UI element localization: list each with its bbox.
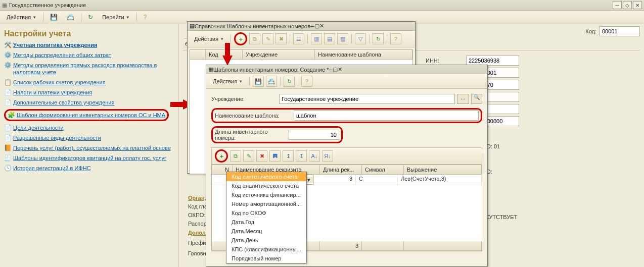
- card-button[interactable]: 📇: [266, 76, 277, 87]
- close-button[interactable]: ✕: [633, 1, 642, 9]
- doc-icon: 📙: [4, 144, 11, 151]
- grid-stop-button[interactable]: 🖪: [269, 150, 281, 162]
- tools-icon: 🛠️: [4, 41, 11, 48]
- win2-actions-menu[interactable]: Действия ▼: [209, 77, 246, 86]
- doc-icon: 📄: [4, 124, 11, 131]
- grid-toolbar: ＋ ⧉ ✎ ✖ 🖪 ↥ ↧ A↓ Я↓: [211, 147, 482, 165]
- grid-down-button[interactable]: ↧: [296, 150, 307, 162]
- add-button[interactable]: ＋: [234, 32, 247, 45]
- go-menu[interactable]: Перейти ▼: [99, 13, 133, 22]
- win1-close[interactable]: ✕: [319, 23, 324, 29]
- win2-toolbar: Действия ▼ 💾 📇 ↻ ?: [206, 74, 487, 89]
- grid-sortaz-button[interactable]: A↓: [309, 150, 320, 162]
- grid-delete-button[interactable]: ✖: [256, 150, 267, 162]
- dlina-label: Длина инвентарного номера:: [215, 129, 286, 141]
- naim-input[interactable]: [294, 111, 479, 121]
- grid-edit-button[interactable]: ✎: [243, 150, 254, 162]
- kod-label: Код:: [585, 28, 596, 34]
- delete-button[interactable]: ✖: [275, 33, 287, 44]
- combo-option-7[interactable]: Дата.День: [226, 236, 306, 245]
- footer-sum: 3: [320, 241, 362, 250]
- toolbar-book-icon[interactable]: 📇: [63, 12, 78, 22]
- combo-option-8[interactable]: КПС (классификационны...: [226, 245, 306, 254]
- list-icon: 📋: [4, 79, 11, 86]
- minimize-button[interactable]: ─: [613, 1, 622, 9]
- combo-option-9[interactable]: Порядковый номер: [226, 254, 306, 263]
- help-button[interactable]: ?: [301, 76, 312, 87]
- help-button[interactable]: ?: [390, 33, 401, 44]
- uchr-pick[interactable]: …: [457, 94, 469, 104]
- dlina-input[interactable]: [289, 130, 339, 140]
- win1-minimize[interactable]: ─: [310, 23, 314, 29]
- main-window-titlebar: ▦ Государственное учреждение ─ ◇ ✕: [0, 0, 644, 11]
- combo-option-2[interactable]: Код источника финансир...: [226, 190, 306, 199]
- nav-item-5[interactable]: Дополнительные свойства учреждения: [13, 99, 114, 106]
- toolbar-refresh-icon[interactable]: ↻: [84, 12, 97, 22]
- naim-label: Наименование шаблона:: [215, 113, 291, 119]
- nav-item-2[interactable]: Методы определения прямых расходов произ…: [13, 62, 174, 76]
- grid-sortza-button[interactable]: Я↓: [322, 150, 333, 162]
- refresh-button[interactable]: ↻: [284, 76, 295, 87]
- nav-item-7[interactable]: Цели деятельности: [13, 124, 64, 131]
- nav-item-0[interactable]: Учетная политика учреждения: [13, 41, 97, 48]
- cell-dlina: 3: [314, 175, 356, 185]
- nav-item-6[interactable]: Шаблон формирования инвентарных номеров …: [17, 112, 165, 119]
- template-name-highlight: Наименование шаблона:: [211, 108, 482, 123]
- win1-title: Справочник Шаблоны инвентарных номеров: [195, 23, 310, 29]
- uchr-search[interactable]: 🔍: [471, 94, 482, 104]
- filter2-button[interactable]: ▤: [324, 33, 335, 44]
- combo-option-3[interactable]: Номер амортизационной...: [226, 199, 306, 208]
- col-vyr: Выражение: [404, 165, 482, 174]
- nav-item-8[interactable]: Разрешенные виды деятельности: [13, 134, 101, 141]
- window-icon: ▦: [208, 66, 213, 73]
- doc-icon: 📄: [4, 134, 11, 141]
- edit-button[interactable]: ✎: [262, 33, 273, 44]
- win2-maximize[interactable]: ▢: [333, 66, 338, 73]
- inn-input[interactable]: [466, 56, 519, 66]
- combo-option-4[interactable]: Код по ОКОФ: [226, 208, 306, 218]
- filter3-button[interactable]: ▧: [337, 33, 348, 44]
- doc-icon: 📄: [4, 99, 11, 106]
- toolbar-help-icon[interactable]: ?: [140, 12, 151, 22]
- chevron-down-icon: ▼: [126, 15, 130, 20]
- combo-option-5[interactable]: Дата.Год: [226, 218, 306, 227]
- nav-item-1[interactable]: Методы распределения общих затрат: [13, 51, 111, 59]
- requisite-dropdown[interactable]: Код синтетического счета Код аналитическ…: [226, 172, 307, 263]
- grid-add-button[interactable]: ＋: [215, 149, 228, 163]
- win1-actions-menu[interactable]: Действия ▼: [191, 34, 227, 43]
- win2-title: Шаблоны инвентарных номеров: Создание *: [213, 67, 329, 73]
- filter1-button[interactable]: ▥: [311, 33, 322, 44]
- uchr-input[interactable]: [279, 94, 455, 104]
- nav-item-9[interactable]: Перечень услуг (работ), осуществляемых н…: [13, 144, 171, 151]
- nav-item-11[interactable]: История регистраций в ИФНС: [13, 165, 91, 172]
- kod-input[interactable]: [600, 26, 640, 36]
- length-highlight: Длина инвентарного номера:: [211, 126, 343, 143]
- annotation-arrow-down: [222, 56, 233, 66]
- save-button[interactable]: 💾: [253, 76, 264, 87]
- combo-option-6[interactable]: Дата.Месяц: [226, 227, 306, 236]
- combo-option-0[interactable]: Код синтетического счета: [226, 172, 306, 181]
- copy-button[interactable]: ⧉: [249, 33, 260, 44]
- nav-item-4[interactable]: Налоги и платежи учреждения: [13, 89, 92, 96]
- grid-copy-button[interactable]: ⧉: [230, 150, 241, 162]
- grid-up-button[interactable]: ↥: [283, 150, 294, 162]
- refresh-button[interactable]: ↻: [373, 33, 384, 44]
- template-icon: 🧩: [8, 112, 15, 119]
- doc-icon: 📄: [4, 89, 11, 96]
- tree-button[interactable]: ☰: [293, 33, 304, 44]
- receipt-icon: 🧾: [4, 154, 11, 162]
- toolbar-save-icon[interactable]: 💾: [47, 12, 61, 22]
- col-dlina: Длина рек...: [320, 165, 362, 174]
- gear-icon: ⚙️: [4, 51, 11, 59]
- maximize-button[interactable]: ◇: [623, 1, 632, 9]
- uchr-label: Учреждение:: [211, 96, 277, 102]
- combo-option-1[interactable]: Код аналитического счета: [226, 181, 306, 190]
- nav-item-10[interactable]: Шаблоны идентификаторов квитанций на опл…: [13, 154, 166, 162]
- win1-maximize[interactable]: ▢: [314, 23, 319, 29]
- win2-close[interactable]: ✕: [338, 66, 342, 73]
- nav-item-3[interactable]: Список рабочих счетов учреждения: [13, 79, 106, 86]
- filter-off-button[interactable]: ▽: [355, 33, 366, 44]
- win2-minimize[interactable]: ─: [329, 67, 333, 73]
- actions-menu[interactable]: Действия ▼: [3, 13, 40, 22]
- nav-highlight-template: 🧩 Шаблон формирования инвентарных номеро…: [4, 109, 169, 121]
